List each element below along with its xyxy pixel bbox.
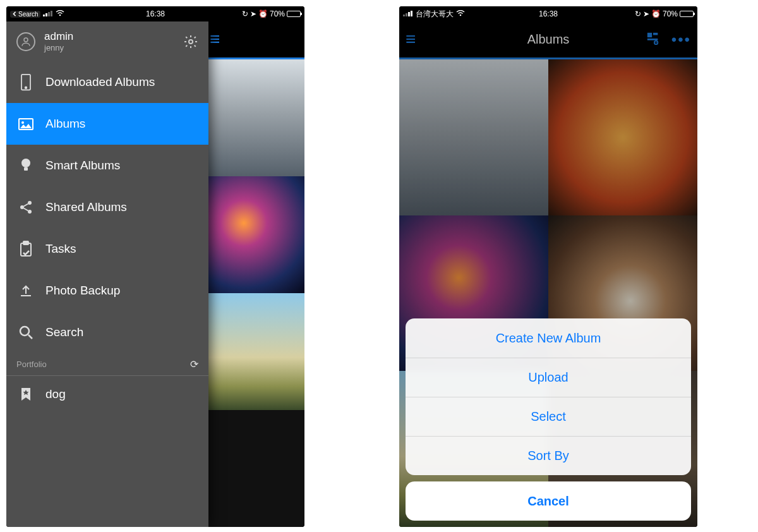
avatar-icon (16, 32, 35, 51)
location-icon: ➤ (643, 9, 649, 18)
portfolio-section-header: Portfolio ⟳ (6, 353, 208, 376)
status-bar: 台湾大哥大 16:38 ↻ ➤ ⏰ 70% (399, 6, 697, 21)
photo-thumbnail[interactable] (203, 176, 304, 293)
bulb-icon (18, 157, 34, 174)
phone-screen-sidebar: Search 16:38 ↻ ➤ ⏰ 70% ≡ (6, 6, 304, 527)
alarm-icon: ⏰ (258, 9, 268, 18)
albums-icon (18, 117, 34, 131)
svg-point-13 (20, 205, 24, 209)
status-bar: Search 16:38 ↻ ➤ ⏰ 70% (6, 6, 304, 21)
svg-point-23 (460, 15, 462, 16)
portfolio-item-dog[interactable]: dog (6, 376, 208, 413)
sidebar-item-shared-albums[interactable]: Shared Albums (6, 186, 208, 228)
svg-point-10 (21, 121, 24, 124)
refresh-icon[interactable]: ⟳ (190, 358, 198, 370)
sidebar-item-albums[interactable]: Albums (6, 103, 208, 145)
hamburger-icon[interactable]: ≡ (210, 32, 219, 46)
sidebar-item-photo-backup[interactable]: Photo Backup (6, 270, 208, 311)
action-label: Upload (528, 370, 568, 385)
photo-thumbnail[interactable] (203, 59, 304, 176)
rotation-lock-icon: ↻ (242, 9, 248, 18)
sidebar-item-label: Search (45, 325, 83, 339)
sidebar-item-downloaded-albums[interactable]: Downloaded Albums (6, 61, 208, 103)
svg-point-14 (28, 201, 32, 205)
sidebar-item-label: Albums (45, 117, 85, 131)
back-label: Search (18, 11, 39, 18)
bookmark-star-icon (18, 387, 34, 402)
battery-percent: 70% (270, 9, 285, 18)
action-label: Create New Album (496, 331, 601, 346)
action-sheet-cancel[interactable]: Cancel (406, 481, 691, 521)
portfolio-item-label: dog (45, 387, 66, 401)
action-create-new-album[interactable]: Create New Album (406, 318, 691, 358)
photo-thumbnail[interactable] (203, 410, 304, 527)
location-icon: ➤ (250, 9, 256, 18)
sidebar-item-label: Downloaded Albums (45, 75, 155, 89)
svg-rect-2 (48, 12, 50, 16)
profile-name: admin (44, 30, 174, 43)
sidebar-item-label: Photo Backup (45, 284, 120, 298)
search-icon (18, 325, 34, 340)
svg-rect-0 (43, 15, 45, 16)
main-topbar-peek: ≡ (203, 21, 304, 59)
svg-point-18 (20, 327, 29, 336)
action-select[interactable]: Select (406, 397, 691, 436)
alarm-icon: ⏰ (651, 9, 661, 18)
portfolio-label: Portfolio (16, 360, 47, 369)
back-to-search-pill[interactable]: Search (10, 11, 40, 18)
svg-rect-3 (51, 11, 52, 16)
phone-icon (18, 73, 34, 91)
sidebar-item-label: Smart Albums (45, 159, 120, 172)
svg-rect-22 (411, 11, 412, 16)
action-sort-by[interactable]: Sort By (406, 436, 691, 475)
svg-point-5 (24, 38, 28, 42)
cancel-label: Cancel (527, 494, 569, 509)
background-album-strip: ≡ (203, 21, 304, 527)
svg-rect-12 (24, 167, 28, 171)
photo-thumbnail[interactable] (203, 293, 304, 410)
settings-gear-icon[interactable] (183, 34, 198, 49)
navigation-drawer: admin jenny Downloaded AlbumsAlbumsSmart… (6, 21, 208, 527)
sidebar-item-search[interactable]: Search (6, 311, 208, 353)
svg-point-15 (28, 210, 32, 214)
sidebar-item-label: Tasks (45, 242, 76, 256)
wifi-icon (56, 9, 64, 18)
svg-rect-21 (408, 12, 410, 16)
rotation-lock-icon: ↻ (635, 9, 641, 18)
svg-rect-19 (403, 15, 405, 16)
svg-point-8 (25, 87, 27, 88)
svg-rect-20 (406, 13, 407, 16)
signal-icon (43, 9, 53, 18)
action-label: Select (531, 409, 566, 424)
sidebar-item-smart-albums[interactable]: Smart Albums (6, 145, 208, 186)
profile-header[interactable]: admin jenny (6, 21, 208, 61)
battery-icon (680, 11, 694, 17)
battery-icon (287, 11, 301, 17)
svg-rect-17 (23, 241, 28, 245)
svg-point-11 (21, 159, 30, 167)
share-icon (18, 200, 34, 215)
sidebar-item-tasks[interactable]: Tasks (6, 228, 208, 270)
signal-icon (403, 9, 413, 18)
sidebar-item-label: Shared Albums (45, 200, 127, 214)
action-sheet: Create New AlbumUploadSelectSort By Canc… (406, 318, 691, 521)
action-upload[interactable]: Upload (406, 358, 691, 397)
svg-point-6 (189, 40, 193, 44)
carrier-label: 台湾大哥大 (416, 9, 454, 20)
svg-point-4 (59, 15, 61, 16)
clipboard-icon (18, 241, 34, 257)
phone-screen-actionsheet: 台湾大哥大 16:38 ↻ ➤ ⏰ 70% ≡ Albums ••• (399, 6, 697, 527)
upload-icon (18, 283, 34, 298)
wifi-icon (456, 9, 465, 18)
svg-rect-1 (45, 13, 47, 16)
action-label: Sort By (527, 449, 569, 463)
profile-names: admin jenny (44, 30, 174, 52)
profile-subname: jenny (44, 43, 174, 52)
battery-percent: 70% (663, 9, 678, 18)
